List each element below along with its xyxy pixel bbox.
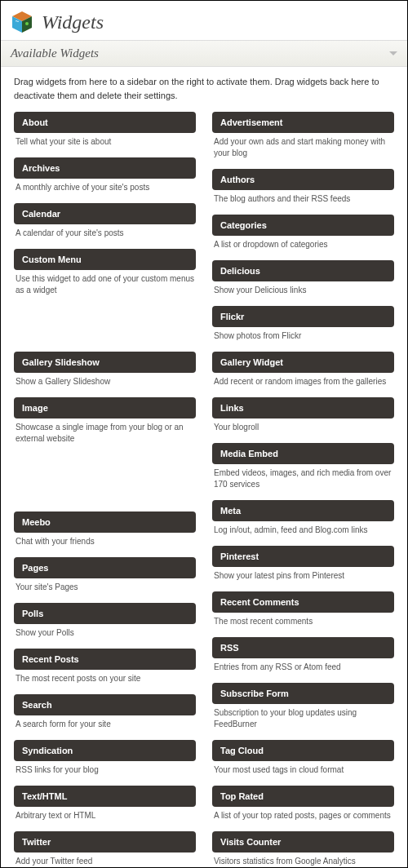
svg-point-3	[25, 22, 29, 25]
widget-description: Your site's Pages	[14, 578, 196, 598]
widget-description: Add your Twitter feed	[14, 852, 196, 868]
instructions-text: Drag widgets from here to a sidebar on t…	[14, 75, 394, 102]
widget-header[interactable]: Delicious	[212, 260, 394, 281]
widget-header[interactable]: Gallery Slideshow	[14, 352, 196, 373]
widget-item: FlickrShow photos from Flickr	[212, 306, 394, 347]
widget-header[interactable]: Links	[212, 397, 394, 418]
widget-item: Text/HTMLArbitrary text or HTML	[14, 786, 196, 826]
widget-header[interactable]: Authors	[212, 169, 394, 190]
widget-header[interactable]: Recent Comments	[212, 591, 394, 613]
widget-header[interactable]: Gallery Widget	[212, 352, 394, 373]
chevron-down-icon	[389, 51, 397, 55]
widget-header[interactable]: Pages	[14, 557, 196, 578]
widget-header[interactable]: Search	[14, 694, 196, 715]
widget-header[interactable]: Calendar	[14, 203, 196, 224]
widget-description: Show photos from Flickr	[212, 327, 394, 347]
layout-spacer	[14, 454, 196, 512]
widget-item: SearchA search form for your site	[14, 694, 196, 735]
widget-item: Gallery WidgetAdd recent or random image…	[212, 352, 394, 392]
widget-item: CategoriesA list or dropdown of categori…	[212, 215, 394, 255]
widget-item: AboutTell what your site is about	[14, 112, 196, 153]
widgets-container: AboutTell what your site is aboutArchive…	[14, 112, 394, 868]
widget-description: Show your Delicious links	[212, 281, 394, 301]
widget-item: PagesYour site's Pages	[14, 557, 196, 598]
widget-description: Arbitrary text or HTML	[14, 807, 196, 826]
widget-item: MetaLog in/out, admin, feed and Blog.com…	[212, 500, 394, 541]
widget-description: Your most used tags in cloud format	[212, 761, 394, 781]
widget-description: Add your own ads and start making money …	[212, 133, 394, 164]
widget-item: Subscribe FormSubscription to your blog …	[212, 683, 394, 735]
widget-header[interactable]: Meta	[212, 500, 394, 521]
widget-header[interactable]: Syndication	[14, 740, 196, 761]
widget-item: ArchivesA monthly archive of your site's…	[14, 157, 196, 198]
widget-item: LinksYour blogroll	[212, 397, 394, 438]
widget-description: A calendar of your site's posts	[14, 224, 196, 244]
widget-description: RSS links for your blog	[14, 761, 196, 781]
widget-description: The blog authors and their RSS feeds	[212, 190, 394, 210]
widget-item: Recent CommentsThe most recent comments	[212, 591, 394, 632]
widget-description: Show a Gallery Slideshow	[14, 373, 196, 392]
widget-description: Visitors statistics from Google Analytic…	[212, 852, 394, 868]
panel-title: Available Widgets	[11, 46, 99, 60]
widget-description: A search form for your site	[14, 715, 196, 735]
widget-item: AuthorsThe blog authors and their RSS fe…	[212, 169, 394, 210]
widget-description: Show your Polls	[14, 624, 196, 644]
widget-header[interactable]: Media Embed	[212, 443, 394, 464]
widgets-column-left: AboutTell what your site is aboutArchive…	[14, 112, 196, 868]
widget-item: PollsShow your Polls	[14, 603, 196, 644]
widget-header[interactable]: Twitter	[14, 831, 196, 852]
widget-item: Visits CounterVisitors statistics from G…	[212, 831, 394, 868]
widget-item: PinterestShow your latest pins from Pint…	[212, 546, 394, 587]
widget-header[interactable]: Flickr	[212, 306, 394, 327]
widget-description: A list or dropdown of categories	[212, 236, 394, 255]
available-widgets-panel-header[interactable]: Available Widgets	[1, 40, 407, 67]
widget-description: The most recent comments	[212, 613, 394, 632]
widget-description: Add recent or random images from the gal…	[212, 373, 394, 392]
widget-header[interactable]: Tag Cloud	[212, 740, 394, 761]
widget-description: Showcase a single image from your blog o…	[14, 418, 196, 450]
widget-header[interactable]: Advertisement	[212, 112, 394, 133]
widget-header[interactable]: Polls	[14, 603, 196, 624]
widget-header[interactable]: About	[14, 112, 196, 133]
widget-description: Entries from any RSS or Atom feed	[212, 658, 394, 678]
widget-header[interactable]: Subscribe Form	[212, 683, 394, 704]
widget-description: Tell what your site is about	[14, 133, 196, 153]
widget-description: Subscription to your blog updates using …	[212, 704, 394, 735]
layout-spacer	[14, 306, 196, 352]
page-header: Widgets	[1, 1, 407, 40]
widget-item: DeliciousShow your Delicious links	[212, 260, 394, 301]
widget-header[interactable]: Archives	[14, 157, 196, 179]
widget-header[interactable]: Image	[14, 397, 196, 418]
widget-header[interactable]: Text/HTML	[14, 786, 196, 807]
widget-item: Gallery SlideshowShow a Gallery Slidesho…	[14, 352, 196, 392]
widget-header[interactable]: Pinterest	[212, 546, 394, 567]
widget-item: Recent PostsThe most recent posts on you…	[14, 649, 196, 689]
widget-item: MeeboChat with your friends	[14, 512, 196, 552]
widget-description: Use this widget to add one of your custo…	[14, 270, 196, 301]
widget-description: A monthly archive of your site's posts	[14, 179, 196, 198]
widget-item: SyndicationRSS links for your blog	[14, 740, 196, 781]
widget-description: Show your latest pins from Pinterest	[212, 567, 394, 587]
widget-description: A list of your top rated posts, pages or…	[212, 807, 394, 826]
widget-item: CalendarA calendar of your site's posts	[14, 203, 196, 244]
widget-item: Media EmbedEmbed videos, images, and ric…	[212, 443, 394, 495]
widget-description: Log in/out, admin, feed and Blog.com lin…	[212, 521, 394, 541]
widget-item: RSSEntries from any RSS or Atom feed	[212, 637, 394, 678]
widget-description: The most recent posts on your site	[14, 670, 196, 689]
widget-header[interactable]: RSS	[212, 637, 394, 658]
page-title: Widgets	[42, 11, 104, 33]
widget-item: Custom MenuUse this widget to add one of…	[14, 249, 196, 301]
widget-item: AdvertisementAdd your own ads and start …	[212, 112, 394, 164]
widget-header[interactable]: Top Rated	[212, 786, 394, 807]
widget-header[interactable]: Visits Counter	[212, 831, 394, 852]
widget-header[interactable]: Meebo	[14, 512, 196, 533]
widget-item: Top RatedA list of your top rated posts,…	[212, 786, 394, 826]
widget-header[interactable]: Custom Menu	[14, 249, 196, 270]
widget-item: TwitterAdd your Twitter feed	[14, 831, 196, 868]
widgets-column-right: AdvertisementAdd your own ads and start …	[212, 112, 394, 868]
widget-description: Chat with your friends	[14, 533, 196, 552]
widget-header[interactable]: Recent Posts	[14, 649, 196, 670]
widgets-icon	[11, 11, 33, 33]
widget-item: ImageShowcase a single image from your b…	[14, 397, 196, 450]
widget-header[interactable]: Categories	[212, 215, 394, 236]
